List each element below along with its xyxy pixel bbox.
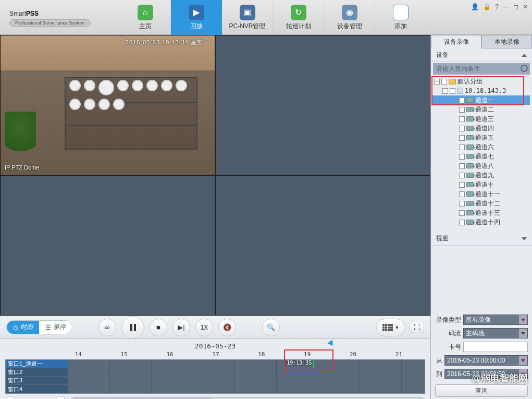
tree-device-row[interactable]: −10.18.143.3 — [432, 86, 530, 95]
lock-icon[interactable]: 🔒 — [483, 3, 491, 10]
checkbox[interactable] — [459, 191, 465, 197]
to-datetime-input[interactable]: 2016-05-23 23:59:59 — [444, 369, 528, 379]
device-search-input[interactable]: 请输入查询条件 — [433, 63, 530, 75]
tree-channel-row[interactable]: 通道十二 — [432, 199, 530, 208]
timeline-track[interactable]: 19:13:35 — [68, 360, 425, 368]
card-input[interactable] — [463, 342, 528, 352]
timeline-track[interactable] — [68, 377, 425, 384]
checkbox[interactable] — [459, 182, 465, 188]
tree-channel-row[interactable]: 通道二 — [432, 105, 530, 114]
tab-pcnvr[interactable]: ▣PC-NVR管理 — [222, 0, 273, 35]
camera-icon — [466, 98, 474, 103]
camera-icon — [466, 154, 474, 159]
checkbox[interactable] — [459, 163, 465, 169]
channel-label: 通道十一 — [475, 190, 500, 199]
minimize-icon[interactable]: — — [503, 3, 509, 10]
tab-home[interactable]: ⌂主页 — [120, 0, 171, 35]
timeline-row[interactable]: 窗口2 — [6, 368, 425, 377]
timeline-track[interactable] — [68, 385, 425, 393]
mode-event-button[interactable]: ☰ 事件 — [39, 321, 72, 334]
video-grid: 2016-05-23 19:13:34 星期一 IP PTZ Dome — [0, 35, 430, 316]
device-disk-icon — [457, 88, 463, 94]
timeline-row-label: 窗口4 — [6, 385, 68, 393]
tree-channel-row[interactable]: 通道十四 — [432, 217, 530, 227]
from-datetime-input[interactable]: 2016-05-23 00:00:00 — [444, 355, 528, 366]
stop-button[interactable]: ■ — [150, 319, 167, 336]
pause-button[interactable] — [121, 316, 144, 339]
channel-label: 通道九 — [475, 171, 494, 180]
accordion-device-header[interactable]: 设备 — [431, 49, 532, 62]
layout-select-button[interactable]: ▼ — [376, 319, 405, 336]
checkbox[interactable] — [450, 88, 455, 94]
video-cell-4[interactable] — [216, 176, 430, 315]
channel-label: 通道十四 — [475, 218, 500, 227]
tree-channel-row[interactable]: 通道四 — [432, 124, 530, 133]
query-button[interactable]: 查询 — [435, 384, 528, 397]
checkbox[interactable] — [459, 116, 465, 122]
tab-tour[interactable]: ↻轮巡计划 — [273, 0, 324, 35]
tree-group-row[interactable]: −默认分组 — [432, 77, 530, 86]
checkbox[interactable] — [459, 220, 465, 225]
mode-time-button[interactable]: ◷ 时间 — [7, 321, 39, 334]
tree-channel-row[interactable]: 通道七 — [432, 152, 530, 161]
tree-channel-row[interactable]: 通道五 — [432, 133, 530, 142]
timeline-row[interactable]: 窗口4 — [6, 385, 425, 393]
timeline-row[interactable]: 窗口3 — [6, 377, 425, 385]
camera-icon — [466, 191, 474, 197]
tree-channel-row[interactable]: 通道十 — [432, 180, 530, 189]
checkbox[interactable] — [459, 154, 465, 160]
video-feed-scene — [1, 35, 215, 175]
timeline-track[interactable] — [68, 368, 425, 376]
checkbox[interactable] — [441, 79, 447, 84]
to-label: 到 — [435, 370, 442, 379]
tab-local-record[interactable]: 本地录像 — [481, 35, 532, 49]
tree-channel-row[interactable]: 通道一 — [432, 95, 530, 105]
camera-icon — [466, 144, 474, 150]
timeline-cursor[interactable] — [313, 360, 314, 368]
user-icon[interactable]: 👤 — [471, 3, 479, 10]
checkbox[interactable] — [459, 98, 465, 103]
checkbox[interactable] — [459, 210, 465, 216]
timeline-row[interactable]: 窗口1_通道一19:13:35 — [6, 360, 425, 368]
tree-channel-row[interactable]: 通道六 — [432, 142, 530, 152]
checkbox[interactable] — [459, 173, 465, 178]
channel-label: 通道三 — [475, 115, 494, 124]
tree-channel-row[interactable]: 通道十一 — [432, 189, 530, 199]
checkbox[interactable] — [459, 126, 465, 131]
rec-type-label: 录像类型 — [435, 316, 461, 324]
tree-channel-row[interactable]: 通道三 — [432, 114, 530, 124]
speed-button[interactable]: 1X — [195, 319, 213, 336]
mute-button[interactable]: 🔇 — [218, 319, 236, 336]
video-cell-2[interactable] — [216, 35, 430, 175]
video-cell-3[interactable] — [1, 176, 215, 315]
zoom-in-button[interactable]: + — [55, 396, 66, 399]
chevron-up-icon — [522, 54, 527, 57]
tree-channel-row[interactable]: 通道十三 — [432, 208, 530, 217]
help-icon[interactable]: ? — [495, 3, 499, 10]
checkbox[interactable] — [459, 107, 465, 113]
checkbox[interactable] — [459, 201, 465, 207]
stream-select[interactable]: 主码流 — [463, 328, 528, 338]
close-icon[interactable]: ✕ — [523, 3, 528, 10]
maximize-icon[interactable]: ◻ — [513, 3, 518, 10]
zoom-button[interactable]: 🔍 — [262, 319, 280, 336]
tab-device[interactable]: ◉设备管理 — [324, 0, 375, 35]
fullscreen-button[interactable]: ⛶ — [410, 322, 424, 333]
tree-channel-row[interactable]: 通道八 — [432, 161, 530, 171]
tab-playback[interactable]: ▶回放 — [171, 0, 222, 35]
collapse-icon[interactable]: − — [434, 79, 440, 84]
sync-button[interactable]: ∞ — [98, 319, 116, 336]
checkbox[interactable] — [459, 144, 465, 150]
tree-channel-row[interactable]: 通道九 — [432, 171, 530, 180]
collapse-icon[interactable]: − — [442, 88, 448, 94]
tab-add[interactable]: +添加 — [375, 0, 426, 35]
checkbox[interactable] — [459, 135, 465, 141]
accordion-view-header[interactable]: 视图 — [431, 232, 532, 246]
video-cell-1[interactable]: 2016-05-23 19:13:34 星期一 IP PTZ Dome — [1, 35, 215, 175]
rec-type-select[interactable]: 所有录像 — [463, 315, 528, 325]
zoom-out-button[interactable]: − — [5, 396, 16, 399]
next-frame-button[interactable]: ▶| — [172, 319, 190, 336]
timeline-date: 2016-05-23 — [5, 342, 425, 350]
device-tree: −默认分组 −10.18.143.3 通道一通道二通道三通道四通道五通道六通道七… — [431, 76, 532, 232]
tab-device-record[interactable]: 设备录像 — [431, 35, 481, 49]
